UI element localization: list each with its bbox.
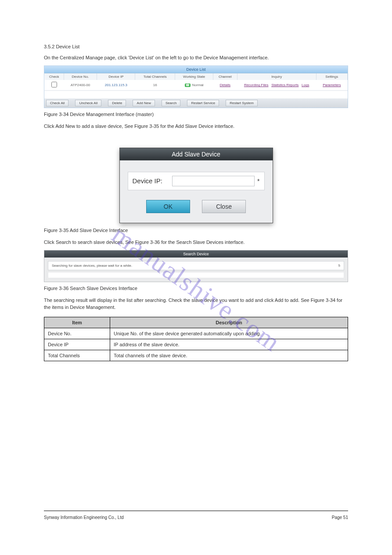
- result-text: The searching result will display in the…: [44, 297, 348, 311]
- items-header-row: Item Description: [44, 317, 348, 328]
- row-checkbox[interactable]: [51, 82, 57, 87]
- table-row: Device No. Unique No. of the slave devic…: [44, 328, 348, 339]
- dialog-buttons: OK Close: [128, 200, 265, 213]
- table-row: Total Channels Total channels of the sla…: [44, 350, 348, 361]
- ok-button[interactable]: OK: [146, 200, 190, 213]
- device-list-panel: Device List Check Device No. Device IP T…: [44, 65, 348, 108]
- desc-device-no: Unique No. of the slave device generated…: [110, 328, 348, 339]
- col-check: Check: [45, 73, 64, 80]
- required-star: *: [257, 178, 259, 185]
- figure-36-caption: Figure 3-36 Search Slave Devices Interfa…: [44, 286, 348, 291]
- items-col-description: Description: [110, 317, 348, 328]
- add-new-text: Click Add New to add a slave device, See…: [44, 123, 348, 130]
- row-checkbox-cell: [45, 80, 64, 91]
- device-list-header-row: Check Device No. Device IP Total Channel…: [45, 73, 348, 80]
- table-row: Device IP IP address of the slave device…: [44, 339, 348, 350]
- desc-device-ip: IP address of the slave device.: [110, 339, 348, 350]
- col-settings: Settings: [316, 73, 347, 80]
- col-device-no: Device No.: [64, 73, 97, 80]
- items-col-item: Item: [44, 317, 110, 328]
- restart-service-button[interactable]: Restart Service: [187, 100, 219, 106]
- figure-34-caption: Figure 3-34 Device Management Interface …: [44, 112, 348, 117]
- item-total-channels: Total Channels: [44, 350, 110, 361]
- item-device-no: Device No.: [44, 328, 110, 339]
- search-counter: 5: [338, 264, 340, 268]
- col-working-state: Working State: [175, 73, 213, 80]
- device-list-title: Device List: [44, 66, 348, 73]
- search-button[interactable]: Search: [162, 100, 180, 106]
- close-button[interactable]: Close: [202, 200, 246, 213]
- details-link[interactable]: Details: [220, 83, 230, 87]
- cell-channel: Details: [213, 80, 237, 91]
- device-list-table: Check Device No. Device IP Total Channel…: [44, 73, 348, 91]
- footer-line: [44, 511, 348, 511]
- statistics-reports-link[interactable]: Statistics Reports: [271, 83, 298, 87]
- device-ip-input[interactable]: [172, 176, 255, 186]
- item-device-ip: Device IP: [44, 339, 110, 350]
- state-text: Normal: [192, 83, 204, 87]
- table-row: ATP2400-00 201.123.115.3 16 ☎ Normal Det…: [45, 80, 348, 91]
- dialog-body: Device IP: * OK Close: [120, 160, 273, 223]
- section-heading: 3.5.2 Device List: [44, 44, 348, 49]
- col-device-ip: Device IP: [97, 73, 135, 80]
- desc-total-channels: Total channels of the slave device.: [110, 350, 348, 361]
- add-slave-device-dialog: Add Slave Device Device IP: * OK Close: [119, 148, 273, 223]
- blank-strip: [44, 91, 348, 98]
- delete-button[interactable]: Delete: [108, 100, 126, 106]
- cell-device-ip: 201.123.115.3: [97, 80, 135, 91]
- items-table: Item Description Device No. Unique No. o…: [44, 317, 348, 361]
- search-status-text: Searching for slave devices, please wait…: [52, 264, 132, 268]
- cell-working-state: ☎ Normal: [175, 80, 213, 91]
- search-device-panel: Search Device Searching for slave device…: [44, 250, 348, 282]
- add-new-button[interactable]: Add New: [133, 100, 155, 106]
- button-bar: Check All Uncheck All Delete Add New Sea…: [44, 98, 348, 108]
- search-panel-body: Searching for slave devices, please wait…: [44, 258, 348, 282]
- col-total-channels: Total Channels: [135, 73, 175, 80]
- cell-device-no: ATP2400-00: [64, 80, 97, 91]
- footer-left: Synway Information Engineering Co., Ltd: [44, 515, 124, 520]
- logs-link[interactable]: Logs: [302, 83, 309, 87]
- device-ip-row: Device IP: *: [128, 172, 265, 190]
- intro-text: On the Centralized Manage page, click 'D…: [44, 54, 348, 61]
- device-ip-label: Device IP:: [133, 177, 172, 185]
- uncheck-all-button[interactable]: Uncheck All: [75, 100, 101, 106]
- cell-inquiry: Recording Files Statistics Reports Logs: [237, 80, 316, 91]
- cell-settings: Parameters: [316, 80, 347, 91]
- col-inquiry: Inquiry: [237, 73, 316, 80]
- search-panel-title: Search Device: [44, 250, 348, 258]
- footer-page: Page 51: [332, 515, 348, 520]
- check-all-button[interactable]: Check All: [46, 100, 68, 106]
- recording-files-link[interactable]: Recording Files: [244, 83, 269, 87]
- phone-icon: ☎: [185, 83, 191, 87]
- search-text: Click Search to search slave devices, Se…: [44, 239, 348, 246]
- col-channel: Channel: [213, 73, 237, 80]
- search-status-row: Searching for slave devices, please wait…: [48, 261, 344, 270]
- figure-35-caption: Figure 3-35 Add Slave Device Interface: [44, 228, 348, 233]
- restart-system-button[interactable]: Restart System: [226, 100, 258, 106]
- dialog-title: Add Slave Device: [120, 148, 273, 160]
- parameters-link[interactable]: Parameters: [323, 83, 341, 87]
- cell-total-channels: 16: [135, 80, 175, 91]
- search-blank: [48, 272, 344, 278]
